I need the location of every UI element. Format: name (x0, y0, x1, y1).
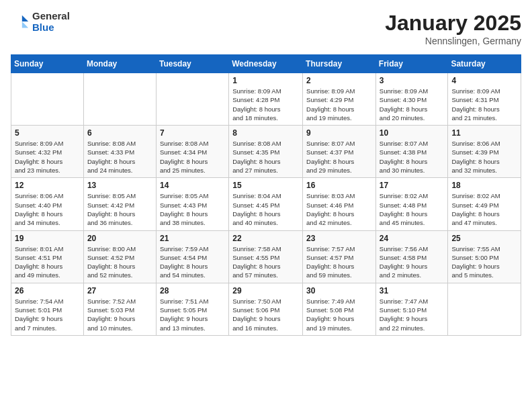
calendar-cell: 18Sunrise: 8:02 AM Sunset: 4:49 PM Dayli… (448, 178, 521, 230)
weekday-header: Thursday (303, 55, 376, 73)
calendar-cell: 8Sunrise: 8:08 AM Sunset: 4:35 PM Daylig… (229, 126, 303, 178)
logo-general: General (32, 11, 70, 22)
calendar-cell: 1Sunrise: 8:09 AM Sunset: 4:28 PM Daylig… (229, 73, 303, 126)
logo-text: General Blue (32, 11, 70, 33)
month-title: January 2025 (385, 11, 521, 36)
day-number: 27 (87, 286, 152, 295)
calendar-cell: 12Sunrise: 8:06 AM Sunset: 4:40 PM Dayli… (11, 178, 84, 230)
day-info: Sunrise: 8:05 AM Sunset: 4:42 PM Dayligh… (87, 191, 152, 227)
day-info: Sunrise: 8:09 AM Sunset: 4:30 PM Dayligh… (380, 87, 445, 122)
day-info: Sunrise: 7:49 AM Sunset: 5:08 PM Dayligh… (306, 297, 372, 332)
day-info: Sunrise: 8:09 AM Sunset: 4:32 PM Dayligh… (15, 139, 80, 175)
title-block: January 2025 Nennslingen, Germany (385, 11, 521, 46)
day-info: Sunrise: 8:08 AM Sunset: 4:34 PM Dayligh… (160, 139, 225, 175)
day-number: 21 (160, 234, 225, 243)
day-info: Sunrise: 8:04 AM Sunset: 4:45 PM Dayligh… (232, 191, 299, 227)
logo: General Blue (11, 11, 70, 33)
calendar-cell: 20Sunrise: 8:00 AM Sunset: 4:52 PM Dayli… (83, 230, 156, 283)
day-info: Sunrise: 7:52 AM Sunset: 5:03 PM Dayligh… (87, 297, 152, 332)
day-info: Sunrise: 8:02 AM Sunset: 4:49 PM Dayligh… (451, 191, 517, 227)
day-info: Sunrise: 7:51 AM Sunset: 5:05 PM Dayligh… (160, 297, 225, 332)
day-number: 23 (306, 234, 372, 243)
day-info: Sunrise: 8:06 AM Sunset: 4:39 PM Dayligh… (451, 139, 517, 175)
calendar-cell: 15Sunrise: 8:04 AM Sunset: 4:45 PM Dayli… (229, 178, 303, 230)
calendar-cell: 17Sunrise: 8:02 AM Sunset: 4:48 PM Dayli… (375, 178, 448, 230)
calendar-cell (11, 73, 84, 126)
day-number: 10 (380, 128, 445, 138)
day-number: 25 (451, 234, 517, 243)
day-number: 1 (232, 76, 299, 85)
day-number: 20 (87, 234, 152, 243)
weekday-header: Tuesday (156, 55, 228, 73)
calendar-cell: 10Sunrise: 8:07 AM Sunset: 4:38 PM Dayli… (375, 126, 448, 178)
calendar-cell: 30Sunrise: 7:49 AM Sunset: 5:08 PM Dayli… (303, 283, 376, 335)
day-number: 31 (380, 286, 445, 295)
day-info: Sunrise: 8:09 AM Sunset: 4:31 PM Dayligh… (451, 87, 517, 122)
calendar-cell: 2Sunrise: 8:09 AM Sunset: 4:29 PM Daylig… (303, 73, 376, 126)
day-info: Sunrise: 7:55 AM Sunset: 5:00 PM Dayligh… (451, 244, 517, 280)
weekday-header: Wednesday (229, 55, 303, 73)
day-number: 26 (15, 286, 80, 295)
calendar-cell: 27Sunrise: 7:52 AM Sunset: 5:03 PM Dayli… (83, 283, 156, 335)
day-number: 7 (160, 128, 225, 138)
day-info: Sunrise: 8:07 AM Sunset: 4:38 PM Dayligh… (380, 139, 445, 175)
day-number: 29 (232, 286, 299, 295)
calendar-cell (156, 73, 228, 126)
day-number: 30 (306, 286, 372, 295)
calendar-cell: 24Sunrise: 7:56 AM Sunset: 4:58 PM Dayli… (375, 230, 448, 283)
day-info: Sunrise: 8:02 AM Sunset: 4:48 PM Dayligh… (380, 191, 445, 227)
day-info: Sunrise: 8:00 AM Sunset: 4:52 PM Dayligh… (87, 244, 152, 280)
day-info: Sunrise: 7:50 AM Sunset: 5:06 PM Dayligh… (232, 297, 299, 332)
calendar-cell: 21Sunrise: 7:59 AM Sunset: 4:54 PM Dayli… (156, 230, 228, 283)
calendar-cell: 23Sunrise: 7:57 AM Sunset: 4:57 PM Dayli… (303, 230, 376, 283)
day-info: Sunrise: 8:09 AM Sunset: 4:29 PM Dayligh… (306, 87, 372, 122)
day-number: 18 (451, 181, 517, 190)
day-number: 16 (306, 181, 372, 190)
day-number: 19 (15, 234, 80, 243)
day-info: Sunrise: 7:56 AM Sunset: 4:58 PM Dayligh… (380, 244, 445, 280)
calendar-cell: 31Sunrise: 7:47 AM Sunset: 5:10 PM Dayli… (375, 283, 448, 335)
calendar-cell: 3Sunrise: 8:09 AM Sunset: 4:30 PM Daylig… (375, 73, 448, 126)
weekday-header: Sunday (11, 55, 84, 73)
weekday-header: Monday (83, 55, 156, 73)
weekday-header: Saturday (448, 55, 521, 73)
weekday-header: Friday (375, 55, 448, 73)
calendar-cell: 7Sunrise: 8:08 AM Sunset: 4:34 PM Daylig… (156, 126, 228, 178)
page-header: General Blue January 2025 Nennslingen, G… (11, 11, 521, 46)
day-number: 2 (306, 76, 372, 85)
svg-marker-0 (22, 15, 28, 21)
logo-blue: Blue (32, 22, 70, 34)
day-info: Sunrise: 8:03 AM Sunset: 4:46 PM Dayligh… (306, 191, 372, 227)
day-info: Sunrise: 7:57 AM Sunset: 4:57 PM Dayligh… (306, 244, 372, 280)
calendar-cell (448, 283, 521, 335)
calendar-cell: 25Sunrise: 7:55 AM Sunset: 5:00 PM Dayli… (448, 230, 521, 283)
calendar-cell: 22Sunrise: 7:58 AM Sunset: 4:55 PM Dayli… (229, 230, 303, 283)
calendar-cell: 16Sunrise: 8:03 AM Sunset: 4:46 PM Dayli… (303, 178, 376, 230)
calendar-cell (83, 73, 156, 126)
calendar-row: 12Sunrise: 8:06 AM Sunset: 4:40 PM Dayli… (11, 178, 521, 230)
calendar-cell: 6Sunrise: 8:08 AM Sunset: 4:33 PM Daylig… (83, 126, 156, 178)
calendar-cell: 29Sunrise: 7:50 AM Sunset: 5:06 PM Dayli… (229, 283, 303, 335)
day-info: Sunrise: 8:01 AM Sunset: 4:51 PM Dayligh… (15, 244, 80, 280)
day-info: Sunrise: 8:06 AM Sunset: 4:40 PM Dayligh… (15, 191, 80, 227)
svg-marker-1 (22, 21, 28, 28)
day-info: Sunrise: 8:09 AM Sunset: 4:28 PM Dayligh… (232, 87, 299, 122)
day-number: 14 (160, 181, 225, 190)
calendar-cell: 9Sunrise: 8:07 AM Sunset: 4:37 PM Daylig… (303, 126, 376, 178)
day-info: Sunrise: 8:08 AM Sunset: 4:33 PM Dayligh… (87, 139, 152, 175)
calendar-cell: 19Sunrise: 8:01 AM Sunset: 4:51 PM Dayli… (11, 230, 84, 283)
calendar-row: 5Sunrise: 8:09 AM Sunset: 4:32 PM Daylig… (11, 126, 521, 178)
calendar-cell: 4Sunrise: 8:09 AM Sunset: 4:31 PM Daylig… (448, 73, 521, 126)
calendar-cell: 28Sunrise: 7:51 AM Sunset: 5:05 PM Dayli… (156, 283, 228, 335)
day-info: Sunrise: 8:07 AM Sunset: 4:37 PM Dayligh… (306, 139, 372, 175)
day-info: Sunrise: 8:08 AM Sunset: 4:35 PM Dayligh… (232, 139, 299, 175)
calendar-cell: 14Sunrise: 8:05 AM Sunset: 4:43 PM Dayli… (156, 178, 228, 230)
day-info: Sunrise: 8:05 AM Sunset: 4:43 PM Dayligh… (160, 191, 225, 227)
day-number: 8 (232, 128, 299, 138)
calendar-cell: 11Sunrise: 8:06 AM Sunset: 4:39 PM Dayli… (448, 126, 521, 178)
logo-icon (11, 13, 30, 32)
calendar-cell: 26Sunrise: 7:54 AM Sunset: 5:01 PM Dayli… (11, 283, 84, 335)
day-number: 5 (15, 128, 80, 138)
day-info: Sunrise: 7:58 AM Sunset: 4:55 PM Dayligh… (232, 244, 299, 280)
weekday-header-row: SundayMondayTuesdayWednesdayThursdayFrid… (11, 55, 521, 73)
